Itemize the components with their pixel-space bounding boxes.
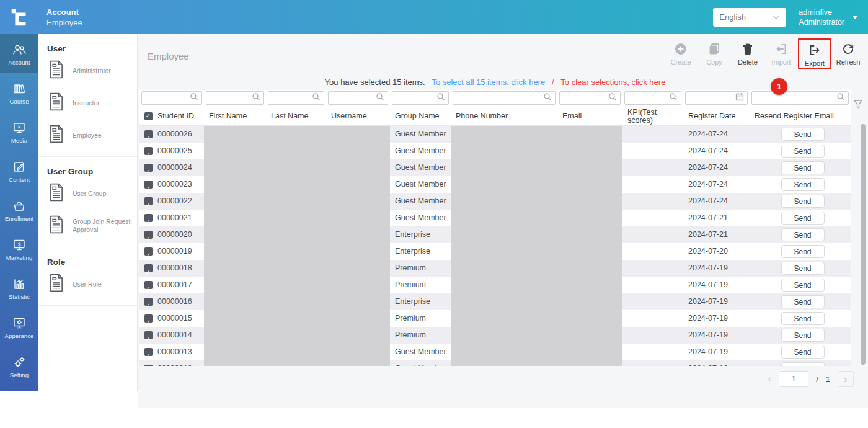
filter-input-email[interactable] [559, 91, 621, 105]
send-button[interactable]: Send [781, 128, 825, 141]
send-button[interactable]: Send [781, 228, 825, 241]
sidebar-item-statistic[interactable]: Statistic [0, 269, 38, 308]
filter-input-student-id[interactable] [141, 91, 202, 105]
language-select[interactable]: English [713, 8, 786, 27]
cell-register-date: 2024-07-19 [683, 310, 750, 327]
filter-input-group-name[interactable] [392, 91, 449, 105]
send-button[interactable]: Send [781, 279, 825, 292]
submenu-item-label: Instructor [73, 99, 100, 107]
submenu-item-administrator[interactable]: Administrator [38, 55, 137, 87]
submenu-item-user-group[interactable]: User Group [38, 177, 137, 210]
vertical-scrollbar[interactable] [861, 124, 866, 365]
filter-input-register-date[interactable] [685, 91, 748, 105]
column-header-first-name[interactable]: First Name [204, 112, 266, 120]
sidebar-item-setting[interactable]: Setting [0, 347, 38, 386]
delete-button[interactable]: Delete [731, 38, 764, 68]
sidebar-item-account[interactable]: Account [0, 34, 38, 73]
send-button[interactable]: Send [781, 295, 825, 308]
row-checkbox[interactable] [144, 247, 153, 256]
trash-icon [741, 42, 755, 56]
select-all-checkbox[interactable] [144, 112, 153, 120]
row-checkbox[interactable] [144, 264, 153, 272]
sidebar-item-course[interactable]: Course [0, 73, 38, 112]
cell-resend-email: Send [750, 145, 851, 158]
cell-register-date: 2024-07-21 [683, 210, 750, 226]
next-page-icon[interactable]: › [838, 371, 854, 387]
submenu-item-group-join-request-approval[interactable]: Group Join Request Approval [38, 210, 137, 242]
submenu-item-user-role[interactable]: User Role [38, 268, 137, 300]
send-button[interactable]: Send [781, 145, 825, 158]
column-header-register-date[interactable]: Register Date [683, 112, 750, 120]
column-header-resend-register-email[interactable]: Resend Register Email [750, 112, 851, 120]
send-button[interactable]: Send [781, 161, 825, 174]
user-menu-caret-icon[interactable] [852, 16, 858, 19]
row-checkbox[interactable] [144, 130, 153, 138]
cell-resend-email: Send [750, 195, 851, 208]
prev-page-icon[interactable]: ‹ [768, 371, 771, 387]
filter-input-kpi-test-scores[interactable] [624, 91, 681, 105]
send-button[interactable]: Send [781, 178, 825, 191]
toolbar-button-label: Copy [706, 58, 722, 66]
row-checkbox[interactable] [144, 231, 153, 239]
submenu-item-label: Employee [73, 132, 102, 140]
column-header-username[interactable]: Username [326, 112, 390, 120]
row-checkbox[interactable] [144, 181, 153, 189]
send-button[interactable]: Send [781, 329, 825, 342]
select-all-link[interactable]: To select all 15 items. click here [432, 78, 545, 87]
filter-cell-student-id [140, 90, 204, 107]
column-header-email[interactable]: Email [557, 112, 622, 120]
send-button[interactable]: Send [781, 212, 825, 225]
send-button[interactable]: Send [781, 362, 825, 366]
column-header-phone-number[interactable]: Phone Number [451, 112, 557, 120]
refresh-button[interactable]: Refresh [831, 38, 865, 68]
row-checkbox[interactable] [144, 331, 153, 339]
sidebar-item-marketing[interactable]: $ Marketing [0, 230, 38, 269]
column-header-group-name[interactable]: Group Name [390, 112, 451, 120]
filter-input-last-name[interactable] [268, 91, 324, 105]
filter-input-username[interactable] [328, 91, 388, 105]
sidebar-item-apperance[interactable]: Apperance [0, 308, 38, 347]
filter-input-resend-register-email[interactable] [751, 91, 849, 105]
sidebar-item-content[interactable]: Content [0, 151, 38, 190]
row-checkbox[interactable] [144, 281, 153, 289]
row-checkbox[interactable] [144, 164, 153, 172]
row-checkbox[interactable] [144, 147, 153, 155]
row-checkbox[interactable] [144, 298, 153, 306]
column-header-kpi-test-scores[interactable]: KPI(Test scores) [622, 109, 683, 125]
send-button[interactable]: Send [781, 312, 825, 325]
column-header-last-name[interactable]: Last Name [266, 112, 326, 120]
document-icon [48, 60, 67, 81]
sidebar-item-label: Course [9, 98, 29, 105]
filter-cell-last-name [266, 90, 326, 107]
cell-group-name: Enterprise [390, 293, 451, 310]
cell-student-id: 00000015 [140, 310, 204, 327]
row-checkbox[interactable] [144, 214, 153, 222]
submenu-item-instructor[interactable]: Instructor [38, 87, 137, 119]
cell-resend-email: Send [750, 312, 851, 325]
export-button[interactable]: Export [798, 38, 831, 69]
row-checkbox[interactable] [144, 197, 153, 205]
send-button[interactable]: Send [781, 195, 825, 208]
page-input[interactable]: 1 [779, 371, 808, 387]
send-button[interactable]: Send [781, 262, 825, 275]
clear-selection-link[interactable]: To clear selections, click here [560, 78, 665, 87]
monitor-dollar-icon: $ [11, 238, 27, 252]
filter-input-phone-number[interactable] [453, 91, 556, 105]
send-button[interactable]: Send [781, 346, 825, 359]
sidebar-item-media[interactable]: Media [0, 112, 38, 151]
row-checkbox[interactable] [144, 365, 153, 366]
column-header-label: First Name [209, 112, 247, 120]
filter-input-first-name[interactable] [206, 91, 264, 105]
row-checkbox[interactable] [144, 348, 153, 356]
send-button[interactable]: Send [781, 245, 825, 258]
column-header-student-id[interactable]: Student ID [140, 112, 204, 120]
row-checkbox[interactable] [144, 314, 153, 323]
filter-funnel-icon[interactable] [852, 99, 864, 111]
sidebar-item-label: Apperance [5, 332, 34, 339]
sidebar-item-enrollment[interactable]: Enrollment [0, 190, 38, 230]
submenu-item-employee[interactable]: Employee [38, 119, 137, 151]
user-menu[interactable]: adminfive Administrator [799, 7, 844, 27]
cell-student-id: 00000012 [140, 360, 204, 366]
breadcrumb: Account Employee [46, 7, 108, 28]
topbar: Account Employee English adminfive Admin… [0, 0, 868, 34]
